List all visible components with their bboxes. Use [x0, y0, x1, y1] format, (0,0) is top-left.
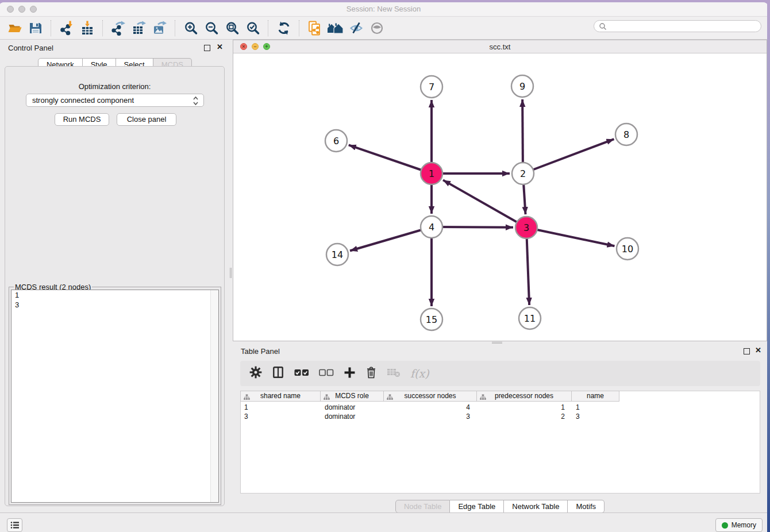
- memory-button[interactable]: Memory: [715, 518, 763, 532]
- export-table-icon: [132, 21, 147, 36]
- open-session-button[interactable]: [6, 19, 24, 37]
- cell-shared-name[interactable]: 3: [240, 412, 321, 421]
- search-input[interactable]: [607, 22, 761, 31]
- column-header-mcds-role[interactable]: MCDS role: [321, 391, 384, 402]
- edge-3-11: [526, 228, 529, 305]
- tab-node-table[interactable]: Node Table: [395, 500, 451, 513]
- export-table-button[interactable]: [130, 19, 148, 37]
- column-type-icon: [244, 394, 250, 403]
- window-titlebar: Session: New Session: [0, 2, 767, 17]
- export-network-button[interactable]: [110, 19, 127, 37]
- run-mcds-button[interactable]: Run MCDS: [55, 113, 109, 126]
- control-panel-title: Control Panel: [8, 44, 53, 52]
- cell-mcds-role[interactable]: dominator: [321, 403, 384, 412]
- clone-network-icon: [307, 21, 322, 36]
- graph-node-6[interactable]: 6: [325, 130, 347, 152]
- hide-selection-button[interactable]: [348, 19, 365, 37]
- cell-successor-nodes[interactable]: 3: [384, 412, 477, 421]
- svg-text:14: 14: [332, 249, 343, 260]
- column-header-successor-nodes[interactable]: successor nodes: [384, 391, 477, 402]
- export-image-button[interactable]: [151, 19, 168, 37]
- mcds-result-group: MCDS result (2 nodes) 1 3: [9, 287, 221, 505]
- select-all-rows-button[interactable]: [294, 368, 309, 379]
- save-session-button[interactable]: [27, 19, 44, 37]
- edge-4-14: [350, 227, 432, 251]
- column-header-label: successor nodes: [404, 392, 456, 400]
- zoom-out-icon: [204, 21, 219, 36]
- show-all-button[interactable]: [368, 19, 386, 37]
- close-table-panel-icon[interactable]: ✕: [755, 348, 761, 353]
- deselect-all-rows-button[interactable]: [319, 368, 334, 379]
- cell-mcds-role[interactable]: dominator: [321, 412, 384, 421]
- zoom-in-button[interactable]: [182, 19, 199, 37]
- mcds-result-line: 1: [11, 290, 218, 300]
- column-header-label: MCDS role: [335, 392, 369, 400]
- apply-layout-button[interactable]: [327, 19, 344, 37]
- column-header-shared-name[interactable]: shared name: [240, 391, 321, 402]
- cell-predecessor-nodes[interactable]: 2: [477, 412, 572, 421]
- zoom-selected-button[interactable]: [244, 19, 261, 37]
- result-scrollbar[interactable]: [210, 290, 218, 502]
- svg-text:2: 2: [520, 168, 526, 179]
- memory-label: Memory: [732, 521, 756, 529]
- refresh-button[interactable]: [275, 19, 292, 37]
- svg-text:1: 1: [429, 168, 434, 179]
- home-houses-icon: [327, 21, 344, 36]
- graph-node-4[interactable]: 4: [421, 216, 442, 238]
- optimization-criterion-label: Optimization criterion:: [5, 82, 224, 91]
- criterion-dropdown[interactable]: strongly connected component: [26, 94, 204, 107]
- open-folder-icon: [7, 21, 22, 36]
- cell-name[interactable]: 1: [572, 403, 619, 412]
- cell-name[interactable]: 3: [572, 412, 619, 421]
- graph-node-10[interactable]: 10: [617, 238, 638, 260]
- column-header-label: shared name: [260, 392, 301, 400]
- delete-column-button[interactable]: [365, 366, 377, 381]
- zoom-out-button[interactable]: [203, 19, 220, 37]
- zoom-fit-button[interactable]: [224, 19, 241, 37]
- show-log-button[interactable]: [7, 518, 22, 532]
- column-header-label: name: [587, 392, 604, 400]
- graph-node-11[interactable]: 11: [519, 307, 541, 329]
- graph-node-15[interactable]: 15: [421, 309, 442, 330]
- cell-successor-nodes[interactable]: 4: [384, 403, 477, 412]
- graph-node-7[interactable]: 7: [421, 76, 442, 98]
- save-floppy-icon: [28, 21, 43, 36]
- tab-edge-table[interactable]: Edge Table: [450, 500, 504, 513]
- svg-text:3: 3: [523, 222, 529, 233]
- table-options-gear-button[interactable]: [249, 366, 262, 381]
- edge-3-10: [526, 228, 614, 246]
- cell-shared-name[interactable]: 1: [240, 403, 321, 412]
- import-table-icon: [80, 21, 95, 36]
- close-panel-icon[interactable]: ✕: [217, 44, 223, 49]
- mcds-result-textarea[interactable]: 1 3: [11, 290, 219, 503]
- eye-icon: [369, 21, 384, 36]
- graph-node-3[interactable]: 3: [515, 217, 537, 238]
- network-canvas[interactable]: 1234678910111415: [233, 53, 767, 343]
- float-panel-icon[interactable]: [204, 45, 210, 51]
- tab-network-table[interactable]: Network Table: [504, 500, 568, 513]
- unchecked-boxes-icon: [319, 368, 334, 377]
- export-image-icon: [152, 21, 167, 36]
- table-row[interactable]: 1 dominator 4 1 1: [240, 403, 619, 412]
- close-panel-button[interactable]: Close panel: [117, 113, 176, 126]
- application-window: Session: New Session: [0, 0, 767, 532]
- show-columns-button[interactable]: [272, 366, 284, 381]
- graph-node-8[interactable]: 8: [615, 124, 637, 145]
- control-panel: Control Panel ✕ Network Style Select MCD…: [0, 40, 230, 512]
- vertical-splitter[interactable]: [229, 268, 232, 278]
- refresh-icon: [276, 21, 291, 36]
- table-row[interactable]: 3 dominator 3 2 3: [240, 412, 619, 421]
- tab-motifs[interactable]: Motifs: [568, 500, 605, 513]
- float-table-panel-icon[interactable]: [744, 348, 750, 354]
- graph-node-9[interactable]: 9: [511, 75, 533, 97]
- add-column-button[interactable]: [344, 367, 356, 381]
- column-header-name[interactable]: name: [572, 391, 619, 402]
- cell-predecessor-nodes[interactable]: 1: [477, 403, 572, 412]
- graph-node-14[interactable]: 14: [326, 244, 348, 265]
- import-network-button[interactable]: [58, 19, 75, 37]
- column-header-predecessor-nodes[interactable]: predecessor nodes: [477, 391, 572, 402]
- new-network-from-selection-button[interactable]: [306, 19, 324, 37]
- graph-node-1[interactable]: 1: [421, 163, 442, 184]
- import-table-button[interactable]: [79, 19, 96, 37]
- graph-node-2[interactable]: 2: [512, 163, 534, 184]
